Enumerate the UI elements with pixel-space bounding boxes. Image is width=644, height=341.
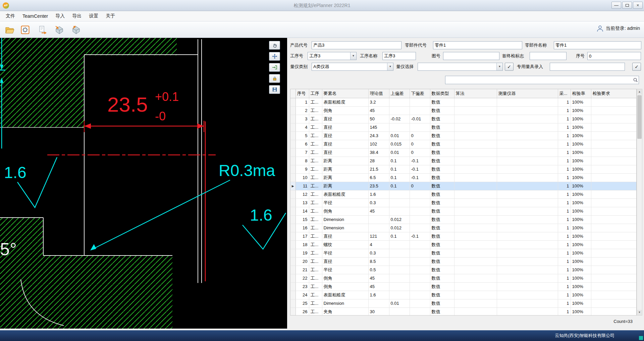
table-row[interactable]: 22工...倒角45数值1100% (290, 274, 637, 282)
table-row[interactable]: 17工...直径1210.1-0.1数值1100% (290, 232, 637, 240)
cell-col9[interactable] (497, 190, 558, 198)
cell-col11[interactable]: 100% (571, 282, 591, 291)
cell-col3[interactable]: 倒角 (322, 282, 368, 291)
cell-col1[interactable]: 26 (296, 307, 309, 316)
cell-col3[interactable]: 直径 (322, 232, 368, 240)
cell-col4[interactable] (368, 215, 389, 224)
cell-col4[interactable]: 24.3 (368, 131, 389, 140)
cell-col2[interactable]: 工... (309, 157, 322, 165)
cell-col5[interactable] (389, 123, 410, 131)
cell-col5[interactable]: 0.1 (389, 157, 410, 165)
process-no-select[interactable]: 工序3 ▼ (308, 52, 357, 60)
cell-col8[interactable] (454, 249, 497, 257)
cell-col2[interactable]: 工... (309, 115, 322, 123)
cell-col9[interactable] (497, 215, 558, 224)
cell-col12[interactable] (591, 299, 637, 307)
cell-col2[interactable]: 工... (309, 106, 322, 115)
row-selector[interactable]: ▶ (290, 182, 296, 190)
gauge-confirm-button[interactable]: ✓ (505, 63, 514, 71)
cell-col10[interactable]: 1 (558, 274, 571, 282)
column-header-7[interactable]: 数据类型 (430, 89, 454, 98)
cell-col8[interactable] (454, 240, 497, 249)
row-selector[interactable] (290, 266, 296, 274)
row-selector[interactable] (290, 207, 296, 215)
table-row[interactable]: 24工...表面粗糙度1.6数值1100% (290, 291, 637, 299)
cell-col6[interactable] (410, 207, 430, 215)
row-selector[interactable] (290, 115, 296, 123)
menu-item-6[interactable]: 关于 (102, 11, 119, 21)
cell-col8[interactable] (454, 207, 497, 215)
zoom-fit-button[interactable] (269, 63, 280, 72)
cell-col6[interactable]: -0.1 (410, 232, 430, 240)
cad-viewport[interactable]: 23.5 +0.1 -0 R0.3ma 1.6 1.6 (0, 38, 287, 329)
save-image-button[interactable] (269, 85, 280, 94)
cell-col4[interactable]: 0.3 (368, 249, 389, 257)
cell-col5[interactable]: 0.015 (389, 140, 410, 148)
cell-col4[interactable]: 1.6 (368, 190, 389, 198)
cell-col7[interactable]: 数值 (430, 140, 454, 148)
cell-col4[interactable]: 8.5 (368, 257, 389, 266)
scroll-up-button[interactable]: ▲ (637, 89, 642, 95)
cell-col5[interactable] (389, 249, 410, 257)
cell-col12[interactable] (591, 240, 637, 249)
cell-col10[interactable]: 1 (558, 307, 571, 316)
cell-col7[interactable]: 数值 (430, 165, 454, 173)
chevron-down-icon[interactable]: ▼ (496, 63, 502, 70)
cell-col4[interactable] (368, 224, 389, 232)
table-row[interactable]: 20工...直径8.5数值1100% (290, 257, 637, 266)
cell-col8[interactable] (454, 291, 497, 299)
cell-col9[interactable] (497, 266, 558, 274)
cell-col9[interactable] (497, 291, 558, 299)
cell-col2[interactable]: 工... (309, 307, 322, 316)
cell-col4[interactable]: 45 (368, 207, 389, 215)
cell-col2[interactable]: 工... (309, 165, 322, 173)
table-row[interactable]: 23工...倒角45数值1100% (290, 282, 637, 291)
cell-col2[interactable]: 工... (309, 249, 322, 257)
row-selector[interactable] (290, 291, 296, 299)
cell-col7[interactable]: 数值 (430, 98, 454, 106)
row-selector[interactable] (290, 98, 296, 106)
search-input[interactable] (445, 76, 632, 83)
table-row[interactable]: 10工...距离6.50.1-0.1数值1100% (290, 173, 637, 182)
cell-col3[interactable]: Dimension (322, 224, 368, 232)
cell-col8[interactable] (454, 165, 497, 173)
cell-col1[interactable]: 21 (296, 266, 309, 274)
cell-col2[interactable]: 工... (309, 266, 322, 274)
cell-col5[interactable] (389, 207, 410, 215)
cell-col3[interactable]: Dimension (322, 299, 368, 307)
cell-col9[interactable] (497, 249, 558, 257)
column-header-3[interactable]: 要素名 (322, 89, 368, 98)
cell-col1[interactable]: 17 (296, 232, 309, 240)
cell-col2[interactable]: 工... (309, 274, 322, 282)
cell-col10[interactable]: 1 (558, 115, 571, 123)
cell-col7[interactable]: 数值 (430, 190, 454, 198)
cell-col12[interactable] (591, 307, 637, 316)
cell-col11[interactable]: 100% (571, 291, 591, 299)
cell-col4[interactable]: 30 (368, 307, 389, 316)
cell-col6[interactable] (410, 215, 430, 224)
cell-col9[interactable] (497, 207, 558, 215)
cell-col3[interactable]: 直径 (322, 140, 368, 148)
table-row[interactable]: 13工...半径0.3数值1100% (290, 198, 637, 207)
cell-col12[interactable] (591, 157, 637, 165)
cell-col11[interactable]: 100% (571, 257, 591, 266)
cell-col9[interactable] (497, 131, 558, 140)
cell-col4[interactable]: 0.5 (368, 266, 389, 274)
table-row[interactable]: 19工...半径0.3数值1100% (290, 249, 637, 257)
cell-col5[interactable]: 0.1 (389, 165, 410, 173)
cell-col12[interactable] (591, 257, 637, 266)
column-header-6[interactable]: 下偏差 (410, 89, 430, 98)
cell-col1[interactable]: 20 (296, 257, 309, 266)
cell-col3[interactable]: 表面粗糙度 (322, 190, 368, 198)
cell-col7[interactable]: 数值 (430, 123, 454, 131)
cell-col3[interactable]: 表面粗糙度 (322, 291, 368, 299)
cell-col8[interactable] (454, 173, 497, 182)
search-icon[interactable] (632, 77, 639, 82)
cell-col12[interactable] (591, 131, 637, 140)
cell-col7[interactable]: 数值 (430, 106, 454, 115)
cell-col5[interactable] (389, 190, 410, 198)
cell-col7[interactable]: 数值 (430, 148, 454, 157)
menu-item-4[interactable]: 导出 (68, 11, 85, 21)
cell-col7[interactable]: 数值 (430, 266, 454, 274)
cell-col7[interactable]: 数值 (430, 299, 454, 307)
